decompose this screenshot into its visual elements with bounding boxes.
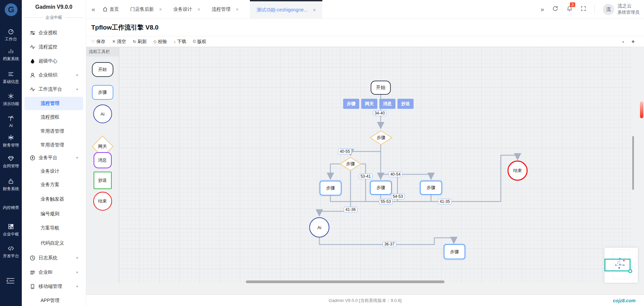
sidebar-item-process-auth[interactable]: 流程授权 — [22, 111, 86, 124]
flow-canvas[interactable]: 开始 步骤 网关 消息 抄送 步骤 步骤 步骤 步骤 步骤 — [119, 47, 632, 283]
tab-store-aftersale[interactable]: 门店售后新 × — [130, 0, 162, 18]
refresh-icon[interactable] — [552, 5, 558, 13]
minimap[interactable] — [604, 248, 638, 283]
close-icon[interactable]: × — [198, 7, 200, 12]
sidebar-item-code-custom[interactable]: 代码自定义 — [22, 236, 86, 250]
minimap-viewport[interactable] — [604, 259, 631, 271]
sidebar-item-business-design[interactable]: 业务设计 — [22, 165, 86, 178]
rail-item-contract[interactable]: 合同管理 — [0, 155, 22, 169]
node-end[interactable]: 结束 — [507, 161, 528, 181]
edge-label[interactable]: 41-35 — [438, 199, 452, 205]
rail-item-demo[interactable]: 演示功能 — [0, 93, 22, 107]
tab-process-management[interactable]: 流程管理 × — [212, 0, 238, 18]
rail-item-label: Ai — [0, 123, 22, 128]
rail-item-finance-mgmt[interactable]: 财务管理 — [0, 134, 22, 148]
sidebar-item-label: 业务方案 — [41, 182, 59, 188]
brand-logo-icon[interactable]: G — [5, 3, 17, 16]
clear-button[interactable]: ✕ 清空 — [112, 39, 126, 45]
tab-home[interactable]: 首页 — [103, 0, 119, 18]
copyright-button[interactable]: © 版权 — [193, 39, 206, 45]
node-ai[interactable]: Ai — [309, 217, 329, 237]
palette-ai-node[interactable]: Ai — [93, 104, 112, 123]
edge-label[interactable]: 55-53 — [379, 199, 393, 205]
rail-item-audit[interactable]: 内控稽查 — [0, 204, 22, 211]
node-gateway-1[interactable]: 步骤 — [370, 130, 392, 145]
save-button[interactable]: ♡ 保存 — [91, 39, 105, 45]
edge-label[interactable]: 41-36 — [344, 207, 358, 213]
fullscreen-icon[interactable] — [581, 6, 586, 13]
minimap-resize-handle[interactable] — [628, 269, 632, 273]
vertical-scrollbar[interactable] — [632, 136, 634, 190]
sidebar-item-mobile-mgmt[interactable]: 移动端管理 — [22, 280, 86, 293]
notifications-bell-icon[interactable]: 3 — [567, 5, 573, 13]
sidebar-item-label: 方案导航 — [41, 225, 59, 231]
quick-add-step-button[interactable]: 步骤 — [343, 99, 359, 109]
rail-item-dev[interactable]: 开发平台 — [0, 245, 22, 259]
sidebar-item-app-mgmt[interactable]: APP管理 — [22, 294, 86, 306]
edge-label[interactable]: 40-54 — [389, 172, 402, 177]
sidebar-item-business-trigger[interactable]: 业务触发器 — [22, 192, 86, 206]
edge-label[interactable]: 53-41 — [359, 174, 373, 179]
rail-item-workbench[interactable]: 工作台 — [0, 28, 22, 42]
validate-button[interactable]: ◇ 校验 — [153, 39, 167, 45]
rail-item-finance-sys[interactable]: 财务系统 — [0, 178, 22, 192]
palette-end-node[interactable]: 结束 — [93, 192, 112, 211]
refresh-button[interactable]: ↻ 刷新 — [133, 39, 147, 45]
node-step-1[interactable]: 步骤 — [320, 181, 341, 195]
zoom-in-button[interactable]: + — [632, 39, 635, 45]
sidebar-item-process-monitor[interactable]: 流程监控 — [22, 40, 86, 54]
node-step-4[interactable]: 步骤 — [444, 244, 465, 259]
rail-item-archive[interactable]: 档案系统 — [0, 48, 22, 62]
node-gateway-2[interactable]: 步骤 — [340, 157, 361, 171]
horizontal-scrollbar[interactable] — [246, 280, 444, 283]
sidebar-item-process-management[interactable]: 流程管理 — [24, 97, 83, 110]
rail-item-base-info[interactable]: 基础信息 — [0, 71, 22, 85]
sidebar-item-log-system[interactable]: 日志系统 — [22, 251, 86, 265]
sidebar-item-plan-nav[interactable]: 方案导航 — [22, 221, 86, 235]
palette-step-node[interactable]: 步骤 — [92, 85, 113, 100]
tabs-collapse-icon[interactable]: « — [92, 6, 95, 13]
palette-message-node[interactable]: 消息 — [94, 152, 112, 168]
rail-item-label: 企业中枢 — [0, 231, 22, 237]
edge-label[interactable]: 36-37 — [383, 242, 396, 247]
sidebar-item-business-plan[interactable]: 业务方案 — [22, 178, 86, 191]
palm-tree-icon — [0, 115, 22, 122]
sidebar-item-enterprise-bi[interactable]: 企业BI — [22, 266, 86, 279]
node-step-2[interactable]: 步骤 — [370, 181, 392, 195]
rail-item-hub[interactable]: 企业中枢 — [0, 223, 22, 237]
close-icon[interactable]: × — [159, 7, 162, 12]
sidebar-item-phrase-mgmt-1[interactable]: 常用语管理 — [22, 125, 86, 138]
sidebar-item-enterprise-auth[interactable]: 企业授权 — [22, 26, 86, 40]
sidebar-item-workflow-platform[interactable]: 工作流平台 — [22, 83, 86, 96]
edge-label[interactable]: 40-55 — [338, 149, 352, 155]
palette-start-node[interactable]: 开始 — [92, 62, 113, 77]
zoom-out-button[interactable]: - — [622, 39, 624, 45]
close-icon[interactable]: × — [313, 7, 316, 13]
node-start[interactable]: 开始 — [371, 81, 391, 95]
close-icon[interactable]: × — [236, 7, 238, 12]
sidebar-item-label: 超级中心 — [39, 58, 57, 64]
sidebar-item-super-center[interactable]: 超级中心 — [22, 54, 86, 68]
sidebar-collapse-icon[interactable] — [6, 277, 15, 286]
sidebar-item-number-rules[interactable]: 编号规则 — [22, 207, 86, 221]
quick-add-cc-button[interactable]: 抄送 — [397, 99, 414, 109]
quick-add-message-button[interactable]: 消息 — [379, 99, 395, 109]
download-button[interactable]: ↓ 下载 — [174, 39, 186, 45]
node-step-3[interactable]: 步骤 — [420, 181, 442, 195]
palette-cc-node[interactable]: 抄送 — [94, 172, 112, 189]
user-menu[interactable]: 流 流之云 系统管理员 — [603, 3, 639, 15]
sidebar-section-label: 企业中枢 — [46, 15, 62, 20]
tab-business-design[interactable]: 业务设计 × — [173, 0, 200, 18]
edge-label[interactable]: 34-40 — [373, 111, 387, 116]
status-bar: Gadmin V9.0.0 [当前系统版本：9.0.6] cojz8.com — [86, 295, 644, 306]
quick-add-gateway-button[interactable]: 网关 — [361, 99, 377, 109]
sidebar-item-enterprise-org[interactable]: 企业组织 — [22, 69, 86, 82]
bar-chart-icon — [0, 48, 22, 55]
sidebar-item-business-platform[interactable]: 业务平台 — [22, 151, 86, 165]
tab-test-function-active[interactable]: 测试功能-ceshigongne... × — [250, 0, 322, 18]
edge-label[interactable]: 54-53 — [391, 194, 405, 200]
rail-item-ai[interactable]: Ai — [0, 115, 22, 128]
sidebar-item-phrase-mgmt-2[interactable]: 常用语管理 — [22, 138, 86, 152]
chevron-down-icon — [76, 75, 78, 76]
tabs-expand-icon[interactable]: » — [540, 6, 544, 13]
